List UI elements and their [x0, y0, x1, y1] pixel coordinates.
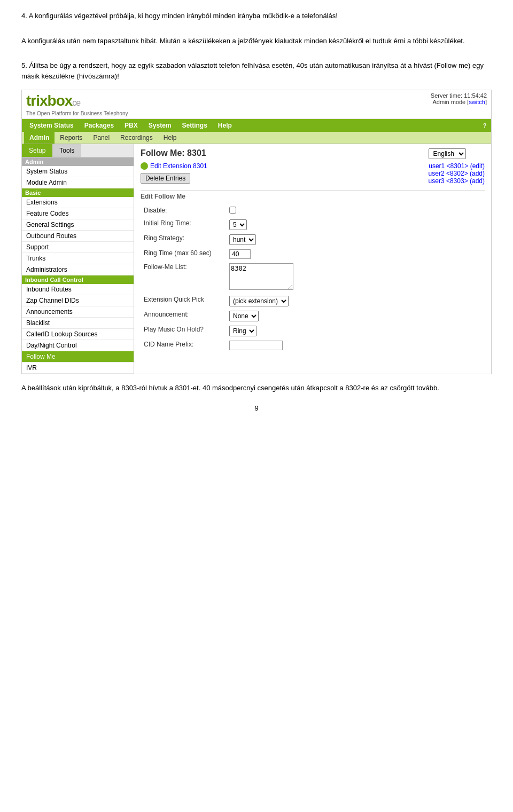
- table-row: Ring Time (max 60 sec): [141, 247, 485, 261]
- sidebar-header-inbound: Inbound Call Control: [22, 275, 134, 284]
- paragraph-3: 5. Állítsa be úgy a rendszert, hogy az e…: [21, 60, 492, 81]
- field-value-ext-quick-pick: (pick extension): [226, 294, 485, 309]
- field-label-ring-strategy: Ring Strategy:: [141, 232, 226, 247]
- disable-checkbox[interactable]: [229, 207, 236, 214]
- logo-area: trixboxce The Open Platform for Business…: [26, 92, 128, 116]
- right-panel: English user1 <8301> (edit) user2 <8302>…: [429, 148, 485, 189]
- language-select[interactable]: English: [429, 148, 466, 159]
- panel-top-row: Follow Me: 8301 Edit Extension 8301 Dele…: [141, 148, 485, 190]
- field-value-ring-time: [226, 247, 485, 261]
- sidebar-item-ivr[interactable]: IVR: [22, 362, 134, 374]
- sidebar-item-feature-codes[interactable]: Feature Codes: [22, 208, 134, 219]
- sidebar-item-announcements[interactable]: Announcements: [22, 306, 134, 318]
- cid-name-input[interactable]: [229, 341, 283, 350]
- sidebar-item-trunks[interactable]: Trunks: [22, 253, 134, 264]
- subnav-recordings[interactable]: Recordings: [115, 132, 158, 144]
- field-label-cid-name: CID Name Prefix:: [141, 338, 226, 352]
- sidebar-item-inbound-routes[interactable]: Inbound Routes: [22, 284, 134, 295]
- sidebar-item-system-status[interactable]: System Status: [22, 166, 134, 177]
- nav-pbx[interactable]: PBX: [119, 119, 143, 132]
- main-panel: Follow Me: 8301 Edit Extension 8301 Dele…: [134, 144, 491, 374]
- sub-nav: Admin Reports Panel Recordings Help: [22, 132, 491, 144]
- field-value-play-music: Ring: [226, 324, 485, 338]
- main-nav: System Status Packages PBX System Settin…: [22, 119, 491, 132]
- subnav-admin[interactable]: Admin: [24, 132, 55, 144]
- table-row: Ring Strategy: hunt: [141, 232, 485, 247]
- sidebar-item-zap-channel-dids[interactable]: Zap Channel DIDs: [22, 295, 134, 306]
- nav-system-status[interactable]: System Status: [24, 119, 79, 132]
- user-links: user1 <8301> (edit) user2 <8302> (add) u…: [429, 162, 485, 185]
- table-row: Announcement: None: [141, 309, 485, 324]
- user-link-3[interactable]: user3 <8303> (add): [429, 177, 485, 185]
- sidebar-item-support[interactable]: Support: [22, 242, 134, 253]
- section-title: Edit Follow Me: [141, 190, 485, 200]
- sidebar-item-follow-me[interactable]: Follow Me: [22, 351, 134, 362]
- logo: trixboxce: [26, 92, 128, 109]
- field-value-cid-name: [226, 338, 485, 352]
- paragraph-2: A konfigurálás után nem tapasztaltunk hi…: [21, 36, 492, 46]
- table-row: Follow-Me List: 8302: [141, 261, 485, 294]
- field-label-ring-time: Ring Time (max 60 sec): [141, 247, 226, 261]
- ext-quick-pick-select[interactable]: (pick extension): [229, 296, 289, 306]
- announcement-select[interactable]: None: [229, 311, 259, 321]
- subnav-reports[interactable]: Reports: [55, 132, 88, 144]
- nav-help[interactable]: Help: [213, 119, 237, 132]
- switch-link[interactable]: switch: [469, 99, 485, 105]
- nav-settings[interactable]: Settings: [176, 119, 212, 132]
- tab-setup[interactable]: Setup: [22, 144, 52, 157]
- help-icon[interactable]: ?: [480, 121, 489, 130]
- subnav-panel[interactable]: Panel: [88, 132, 115, 144]
- field-label-announcement: Announcement:: [141, 309, 226, 324]
- top-bar: trixboxce The Open Platform for Business…: [22, 90, 491, 119]
- field-value-initial-ring-time: 5: [226, 217, 485, 232]
- play-music-select[interactable]: Ring: [229, 326, 256, 336]
- sidebar-header-basic: Basic: [22, 188, 134, 197]
- initial-ring-time-select[interactable]: 5: [229, 219, 247, 230]
- table-row: CID Name Prefix:: [141, 338, 485, 352]
- follow-me-list-textarea[interactable]: 8302: [229, 263, 293, 290]
- table-row: Disable:: [141, 204, 485, 217]
- sidebar-item-administrators[interactable]: Administrators: [22, 264, 134, 275]
- field-label-ext-quick-pick: Extension Quick Pick: [141, 294, 226, 309]
- user-link-2[interactable]: user2 <8302> (add): [429, 170, 485, 177]
- nav-system[interactable]: System: [143, 119, 177, 132]
- edit-extension-link[interactable]: Edit Extension 8301: [141, 162, 207, 170]
- sidebar-item-outbound-routes[interactable]: Outbound Routes: [22, 231, 134, 242]
- field-label-disable: Disable:: [141, 204, 226, 217]
- sidebar-item-callerid-lookup[interactable]: CallerID Lookup Sources: [22, 329, 134, 340]
- server-info: Server time: 11:54:42 Admin mode [switch…: [431, 92, 487, 105]
- nav-packages[interactable]: Packages: [79, 119, 119, 132]
- field-value-announcement: None: [226, 309, 485, 324]
- form-table: Disable: Initial Ring Time: 5: [141, 204, 485, 352]
- paragraph-1: 4. A konfigurálás végeztével próbálja, k…: [21, 11, 492, 21]
- field-label-follow-me-list: Follow-Me List:: [141, 261, 226, 294]
- content-area: Setup Tools Admin System Status Module A…: [22, 144, 491, 374]
- logo-tagline: The Open Platform for Business Telephony: [26, 111, 128, 116]
- table-row: Initial Ring Time: 5: [141, 217, 485, 232]
- sidebar-item-blacklist[interactable]: Blacklist: [22, 318, 134, 329]
- delete-entries-button[interactable]: Delete Entries: [141, 173, 190, 184]
- field-label-initial-ring-time: Initial Ring Time:: [141, 217, 226, 232]
- table-row: Play Music On Hold? Ring: [141, 324, 485, 338]
- field-label-play-music: Play Music On Hold?: [141, 324, 226, 338]
- lang-selector: English: [429, 148, 485, 159]
- trixbox-ui: trixboxce The Open Platform for Business…: [21, 90, 492, 374]
- field-value-disable: [226, 204, 485, 217]
- tab-tools[interactable]: Tools: [52, 144, 81, 157]
- sidebar-item-module-admin[interactable]: Module Admin: [22, 177, 134, 188]
- ring-strategy-select[interactable]: hunt: [229, 234, 256, 245]
- sidebar-item-general-settings[interactable]: General Settings: [22, 219, 134, 231]
- paragraph-4: A beállítások után kipróbáltuk, a 8303-r…: [21, 383, 492, 393]
- field-value-follow-me-list: 8302: [226, 261, 485, 294]
- sidebar: Setup Tools Admin System Status Module A…: [22, 144, 134, 374]
- edit-icon: [141, 162, 148, 170]
- field-value-ring-strategy: hunt: [226, 232, 485, 247]
- panel-title-area: Follow Me: 8301 Edit Extension 8301 Dele…: [141, 148, 207, 190]
- subnav-help[interactable]: Help: [158, 132, 182, 144]
- panel-title: Follow Me: 8301: [141, 148, 207, 158]
- ring-time-input[interactable]: [229, 249, 251, 259]
- sidebar-item-day-night-control[interactable]: Day/Night Control: [22, 340, 134, 351]
- user-link-1[interactable]: user1 <8301> (edit): [429, 162, 485, 170]
- table-row: Extension Quick Pick (pick extension): [141, 294, 485, 309]
- sidebar-item-extensions[interactable]: Extensions: [22, 197, 134, 208]
